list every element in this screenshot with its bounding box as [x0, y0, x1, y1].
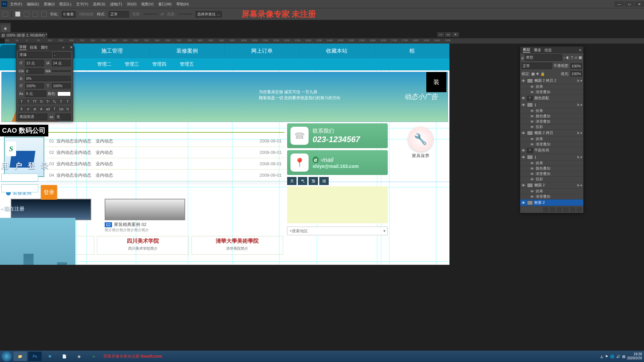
partner-logo[interactable]: 四川美术学院四川美术学院简介: [97, 236, 189, 255]
tab-info[interactable]: 信息: [544, 48, 552, 53]
tray-icon[interactable]: 🌐: [610, 355, 614, 358]
layer-effect-row[interactable]: 👁投影: [520, 124, 583, 130]
tray-volume-icon[interactable]: 🔊: [616, 355, 620, 358]
app-max-button[interactable]: ▭: [625, 1, 634, 7]
filter-shape-icon[interactable]: ▱: [575, 55, 577, 60]
layer-row[interactable]: 👁椭圆 2fx ▾: [520, 182, 583, 189]
wrench-icon[interactable]: 🔧: [408, 127, 433, 152]
opentype-button[interactable]: 1st: [58, 106, 64, 112]
opentype-button[interactable]: st: [32, 106, 38, 112]
taskbar-photoshop-icon[interactable]: Ps: [28, 352, 42, 361]
leading-field[interactable]: 24 点: [52, 60, 71, 66]
menu-view[interactable]: 视图(V): [139, 2, 156, 7]
filter-kind-select[interactable]: 类型: [525, 54, 562, 61]
taskbar-wechat-icon[interactable]: ∞: [87, 352, 101, 361]
visibility-icon[interactable]: 👁: [522, 201, 526, 205]
visibility-icon[interactable]: 👁: [522, 183, 526, 187]
menu-filter[interactable]: 滤镜(T): [108, 2, 124, 7]
layer-effect-row[interactable]: 👁效果: [520, 161, 583, 166]
news-row[interactable]: 04业内动态业内动态 业内动态2008-09-01: [47, 170, 284, 181]
tab-paragraph[interactable]: 段落: [30, 45, 37, 50]
tab-properties[interactable]: 属性: [41, 45, 48, 50]
register-link[interactable]: 现在注册: [1, 206, 72, 212]
text-style-button[interactable]: T¹: [45, 99, 51, 104]
new-group-icon[interactable]: [563, 207, 569, 212]
link-layers-icon[interactable]: [543, 207, 548, 212]
text-style-button[interactable]: T: [64, 99, 71, 104]
text-style-button[interactable]: T: [18, 99, 25, 104]
opentype-button[interactable]: σ: [25, 106, 32, 112]
taskbar-chrome-icon[interactable]: ◉: [72, 352, 86, 361]
doc-close-button[interactable]: ✕: [452, 32, 459, 37]
opentype-button[interactable]: ad: [45, 106, 51, 112]
nav-item[interactable]: 装修案例: [150, 44, 225, 58]
panel-close-icon[interactable]: ✕: [70, 45, 73, 50]
username-input[interactable]: [1, 174, 38, 182]
visibility-icon[interactable]: 👁: [522, 155, 526, 159]
taskbar-notepad-icon[interactable]: 📄: [58, 352, 71, 361]
nav-item[interactable]: 网上订单: [225, 44, 300, 58]
move-tool-icon[interactable]: ✥: [1, 25, 10, 33]
menu-file[interactable]: 文件(F): [8, 2, 24, 7]
opentype-button[interactable]: ½: [64, 106, 71, 112]
document-tab[interactable]: @ 100% (矩形 2, RGB/8#) *: [0, 32, 47, 38]
layer-effect-row[interactable]: 👁渐变叠加: [520, 119, 583, 124]
opacity-field[interactable]: 100%: [571, 63, 582, 69]
subnav-item[interactable]: 管理二: [97, 61, 111, 67]
tray-icon[interactable]: ⚑: [605, 355, 608, 358]
layer-effect-row[interactable]: 👁渐变叠加: [520, 194, 583, 199]
app-min-button[interactable]: —: [614, 1, 624, 7]
system-tray[interactable]: ◬ ⚑ 🌐 🔊 ▤ 19:202020/2/20: [600, 352, 644, 360]
subnav-item[interactable]: 管理三: [125, 61, 139, 67]
add-selection-icon[interactable]: [24, 11, 29, 17]
layer-fx-icon[interactable]: [550, 207, 555, 212]
nav-item[interactable]: 相: [375, 44, 449, 58]
menu-layer[interactable]: 图层(L): [57, 2, 73, 7]
lock-position-icon[interactable]: ✥: [536, 72, 539, 76]
tsume-field[interactable]: 0%: [25, 76, 71, 81]
layer-effect-row[interactable]: 👁效果: [520, 189, 583, 194]
panel-collapse-icon[interactable]: «: [62, 45, 66, 49]
layer-row[interactable]: 👁椭圆 2 拷贝 2fx ▾: [520, 77, 583, 84]
hscale-field[interactable]: 100%: [52, 83, 71, 88]
visibility-icon[interactable]: 👁: [522, 96, 526, 100]
layer-row[interactable]: 👁T颜色搭配: [520, 95, 583, 102]
layer-effect-row[interactable]: 👁效果: [520, 136, 583, 142]
menu-window[interactable]: 窗口(W): [156, 2, 174, 7]
layer-effect-row[interactable]: 👁颜色叠加: [520, 166, 583, 171]
text-style-button[interactable]: TT: [32, 99, 38, 104]
blend-mode-select[interactable]: 正常: [522, 63, 552, 69]
delete-layer-icon[interactable]: [577, 207, 582, 212]
taskbar-explorer-icon[interactable]: 📁: [13, 352, 27, 361]
text-style-button[interactable]: Tr: [38, 99, 45, 104]
panel-menu-icon[interactable]: ≡: [579, 48, 583, 52]
text-style-button[interactable]: T₁: [51, 99, 58, 104]
filter-pixel-icon[interactable]: ▫: [564, 56, 565, 60]
tab-channels[interactable]: 通道: [534, 48, 541, 53]
doc-min-button[interactable]: —: [437, 32, 444, 37]
doc-max-button[interactable]: ▭: [445, 32, 451, 37]
lock-all-icon[interactable]: 🔒: [540, 72, 545, 76]
menu-help[interactable]: 帮助(H): [174, 2, 191, 7]
partner-logo[interactable]: 清華大學美術學院清华美院简介: [192, 236, 283, 255]
news-row[interactable]: 02业内动态业内动态 业内动态2008-09-01: [47, 147, 284, 158]
new-selection-icon[interactable]: [15, 11, 20, 17]
nav-item[interactable]: 收藏本站: [300, 44, 374, 58]
antialias-select[interactable]: 无: [55, 114, 71, 120]
language-select[interactable]: 美国英语: [18, 114, 47, 120]
layer-effect-row[interactable]: 👁颜色叠加: [520, 114, 583, 119]
lock-pixels-icon[interactable]: ▩: [531, 72, 535, 76]
font-family-select[interactable]: 宋体: [18, 52, 52, 58]
start-button[interactable]: [1, 351, 12, 362]
news-row[interactable]: 01业内动态业内动态 业内动态2008-09-01: [47, 135, 284, 147]
password-input[interactable]: [1, 184, 38, 192]
opentype-button[interactable]: fi: [18, 106, 25, 112]
news-row[interactable]: 03业内动态业内动态 业内动态2008-09-01: [47, 158, 284, 170]
tracking-field[interactable]: [52, 70, 71, 72]
layer-effect-row[interactable]: 👁投影: [520, 177, 583, 182]
region-search-select[interactable]: +搜索地区▾: [287, 227, 388, 235]
layer-effect-row[interactable]: 👁渐变叠加: [520, 171, 583, 177]
baseline-field[interactable]: 0 点: [25, 90, 46, 97]
menu-image[interactable]: 图像(I): [42, 2, 57, 7]
layer-row[interactable]: 👁T平面布局: [520, 147, 583, 154]
